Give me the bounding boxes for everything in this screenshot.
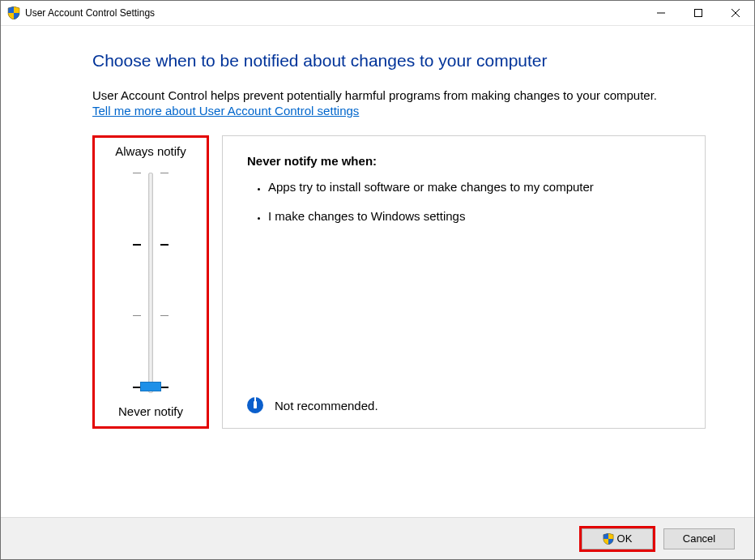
slider-track — [148, 173, 153, 393]
level-description-panel: Never notify me when: Apps try to instal… — [222, 135, 706, 429]
slider-top-label: Always notify — [95, 144, 207, 158]
window-controls — [642, 1, 754, 25]
page-heading: Choose when to be notified about changes… — [92, 51, 706, 71]
recommendation-text: Not recommended. — [275, 399, 378, 413]
titlebar: User Account Control Settings — [1, 1, 754, 26]
window-title: User Account Control Settings — [25, 7, 155, 19]
intro-text: User Account Control helps prevent poten… — [92, 88, 706, 102]
dialog-footer: OK Cancel — [1, 517, 754, 559]
svg-rect-1 — [695, 10, 702, 17]
ok-button-label: OK — [617, 532, 633, 545]
info-bullets: Apps try to install software or make cha… — [247, 179, 680, 237]
info-title: Never notify me when: — [247, 154, 680, 168]
recommendation-row: Not recommended. — [247, 389, 680, 413]
learn-more-link[interactable]: Tell me more about User Account Control … — [92, 104, 359, 118]
close-button[interactable] — [717, 1, 754, 25]
shield-icon — [603, 533, 614, 545]
shield-icon — [7, 6, 20, 19]
cancel-button[interactable]: Cancel — [663, 528, 735, 549]
notification-slider-panel: Always notify Never notify — [92, 135, 209, 429]
content-area: Choose when to be notified about changes… — [92, 51, 706, 429]
info-icon — [247, 397, 263, 413]
info-bullet: Apps try to install software or make cha… — [268, 179, 680, 195]
notification-slider[interactable] — [110, 169, 191, 396]
ok-button[interactable]: OK — [582, 528, 653, 549]
minimize-button[interactable] — [642, 1, 680, 25]
info-bullet: I make changes to Windows settings — [268, 208, 680, 224]
slider-bottom-label: Never notify — [95, 404, 207, 418]
maximize-button[interactable] — [680, 1, 717, 25]
cancel-button-label: Cancel — [683, 532, 715, 545]
ok-highlight: OK — [579, 526, 655, 552]
slider-thumb[interactable] — [140, 382, 161, 391]
